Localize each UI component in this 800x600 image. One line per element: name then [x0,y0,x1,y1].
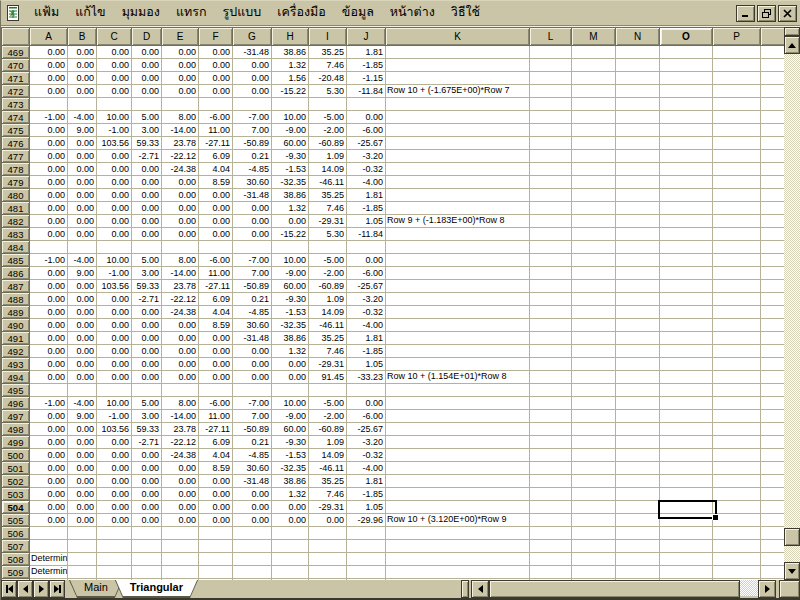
cell[interactable]: 0.00 [68,462,97,475]
cell[interactable]: 0.00 [162,475,199,488]
tab-scroll-first-button[interactable] [1,580,17,598]
cell[interactable]: -4.00 [347,176,386,189]
cell[interactable]: 0.00 [68,436,97,449]
close-button[interactable] [778,5,797,22]
cell[interactable] [272,384,309,397]
cell[interactable]: 35.25 [309,189,347,202]
column-header-D[interactable]: D [132,28,162,46]
sheet-tab-main[interactable]: Main [69,580,123,598]
cell[interactable]: -1.53 [272,449,309,462]
row-header-485[interactable]: 485 [2,254,30,267]
cell[interactable]: 0.00 [233,345,272,358]
cell[interactable] [572,371,616,384]
cell[interactable]: -5.00 [309,111,347,124]
cell[interactable]: 0.00 [30,306,68,319]
cell[interactable] [660,202,713,215]
cell[interactable] [386,475,530,488]
cell[interactable]: 8.59 [199,176,233,189]
cell[interactable] [616,501,660,514]
cell[interactable] [660,59,713,72]
column-header-F[interactable]: F [199,28,233,46]
cell[interactable] [30,527,68,540]
menu-item-help[interactable]: วิธีใช้ [443,1,488,25]
cell[interactable]: -1.00 [97,124,132,137]
cell[interactable] [132,98,162,111]
cell[interactable] [660,371,713,384]
cell[interactable] [347,553,386,566]
cell[interactable]: 0.00 [97,85,132,98]
cell[interactable]: 30.60 [233,462,272,475]
cell[interactable] [660,410,713,423]
cell[interactable] [199,527,233,540]
cell[interactable]: 0.00 [30,488,68,501]
cell[interactable] [761,566,786,579]
cell[interactable]: 0.00 [162,215,199,228]
cell[interactable] [616,241,660,254]
cell[interactable] [660,319,713,332]
cell[interactable]: 0.00 [272,215,309,228]
cell[interactable]: 0.00 [199,358,233,371]
cell[interactable]: -60.89 [309,423,347,436]
cell[interactable] [660,163,713,176]
cell[interactable]: 0.00 [68,215,97,228]
row-header-482[interactable]: 482 [2,215,30,228]
cell[interactable] [272,527,309,540]
cell[interactable]: 38.86 [272,332,309,345]
cell[interactable] [530,540,572,553]
vscroll-track[interactable] [784,54,800,562]
cell[interactable] [660,540,713,553]
cell[interactable]: 7.46 [309,345,347,358]
cell[interactable]: 0.00 [30,189,68,202]
column-header-N[interactable]: N [616,28,660,46]
column-header-I[interactable]: I [309,28,347,46]
cell[interactable]: -6.00 [347,267,386,280]
cell[interactable] [660,514,713,527]
cell[interactable]: 0.00 [199,332,233,345]
cell[interactable]: 0.00 [162,501,199,514]
cell[interactable] [761,267,786,280]
cell[interactable]: 0.00 [132,228,162,241]
cell[interactable] [616,566,660,579]
cell[interactable] [616,436,660,449]
cell[interactable] [386,306,530,319]
cell[interactable]: -6.00 [199,254,233,267]
vscroll-split-handle[interactable] [784,27,800,36]
cell[interactable] [347,241,386,254]
cell[interactable] [530,163,572,176]
cell[interactable] [713,332,761,345]
cell[interactable]: 59.33 [132,137,162,150]
cell[interactable]: 0.00 [132,85,162,98]
cell[interactable]: -6.00 [199,397,233,410]
cell[interactable] [132,566,162,579]
cell[interactable]: 0.00 [97,215,132,228]
cell[interactable] [162,540,199,553]
cell[interactable]: -9.30 [272,150,309,163]
cell[interactable] [660,72,713,85]
column-header-O[interactable]: O [660,28,713,46]
cell[interactable] [30,384,68,397]
cell[interactable] [386,111,530,124]
cell[interactable]: 8.00 [162,111,199,124]
cell[interactable]: -1.00 [30,254,68,267]
cell[interactable] [713,475,761,488]
cell[interactable] [572,293,616,306]
cell[interactable] [660,98,713,111]
cell[interactable] [386,163,530,176]
cell[interactable]: 0.00 [162,319,199,332]
cell[interactable]: 0.00 [162,72,199,85]
cell[interactable]: -4.00 [68,254,97,267]
cell[interactable]: 0.00 [97,462,132,475]
cell[interactable] [761,215,786,228]
cell[interactable] [713,384,761,397]
cell[interactable] [386,501,530,514]
cell[interactable] [761,488,786,501]
cell[interactable] [233,98,272,111]
cell[interactable]: 60.00 [272,137,309,150]
cell[interactable]: 14.09 [309,306,347,319]
cell[interactable] [761,475,786,488]
cell[interactable] [572,553,616,566]
cell[interactable] [162,98,199,111]
cell[interactable] [761,462,786,475]
column-header-M[interactable]: M [572,28,616,46]
cell[interactable]: -60.89 [309,137,347,150]
